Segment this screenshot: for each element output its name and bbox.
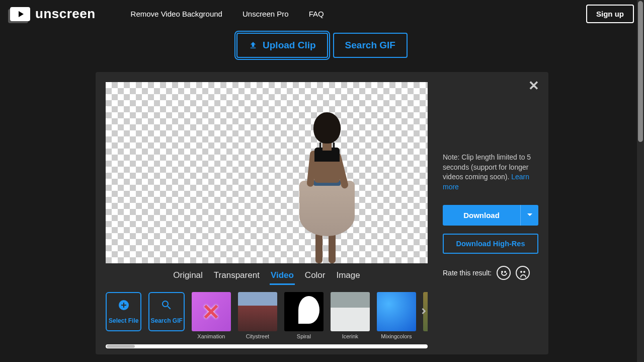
nav-faq[interactable]: FAQ — [309, 10, 324, 18]
search-gif-tool-label: Search GIF — [150, 317, 182, 324]
nav-links: Remove Video Background Unscreen Pro FAQ — [131, 10, 324, 18]
search-icon — [160, 299, 173, 314]
side-panel: Note: Clip length limited to 5 seconds (… — [443, 82, 538, 348]
play-logo-icon — [10, 7, 30, 21]
brand-text: unscreen — [35, 6, 96, 22]
select-file-label: Select File — [109, 317, 138, 324]
select-file-button[interactable]: Select File — [106, 292, 141, 331]
upload-clip-button[interactable]: Upload Clip — [236, 33, 328, 58]
tab-image[interactable]: Image — [335, 267, 361, 285]
thumb-label-mixingcolors: Mixingcolors — [381, 333, 412, 339]
rate-row: Rate this result: — [443, 266, 538, 280]
nav-remove-bg[interactable]: Remove Video Background — [131, 10, 222, 18]
thumb-label-spiral: Spiral — [297, 333, 311, 339]
nav-pro[interactable]: Unscreen Pro — [243, 10, 289, 18]
tab-original[interactable]: Original — [172, 267, 204, 285]
rate-label: Rate this result: — [443, 269, 492, 277]
navbar: unscreen Remove Video Background Unscree… — [0, 0, 644, 28]
search-gif-button[interactable]: Search GIF — [333, 33, 408, 58]
rate-happy-icon[interactable] — [497, 266, 511, 280]
tab-transparent[interactable]: Transparent — [213, 267, 261, 285]
page-scrollbar-thumb[interactable] — [638, 1, 643, 142]
action-row: Upload Clip Search GIF — [0, 33, 644, 58]
thumb-label-citystreet: Citystreet — [246, 333, 269, 339]
thumb-scrollbar-track[interactable] — [106, 344, 428, 348]
note-text: Note: Clip length limited to 5 seconds (… — [443, 153, 538, 192]
upload-clip-label: Upload Clip — [263, 40, 316, 51]
tab-color[interactable]: Color — [304, 267, 327, 285]
editor-card: ✕ Original Transparent Video Color Image — [96, 72, 548, 354]
download-group: Download — [443, 205, 538, 226]
thumb-citystreet[interactable] — [238, 292, 277, 331]
download-button[interactable]: Download — [443, 205, 520, 226]
thumb-xanimation[interactable] — [192, 292, 231, 331]
thumb-icerink[interactable] — [331, 292, 370, 331]
caret-down-icon — [527, 211, 532, 219]
thumb-spiral[interactable] — [284, 292, 324, 331]
thumbnail-row: Select File Search GIF Xanimation Cityst… — [106, 292, 428, 339]
signup-button[interactable]: Sign up — [586, 5, 634, 23]
download-dropdown-button[interactable] — [520, 205, 538, 226]
page-scrollbar-track — [637, 0, 644, 362]
thumb-scrollbar-thumb[interactable] — [107, 345, 135, 348]
plus-circle-icon — [118, 299, 130, 314]
logo[interactable]: unscreen — [10, 6, 96, 22]
search-gif-tool-button[interactable]: Search GIF — [148, 292, 184, 331]
tab-video[interactable]: Video — [270, 267, 295, 285]
thumb-label-xanimation: Xanimation — [197, 333, 225, 339]
subject-cutout — [294, 112, 360, 263]
rate-sad-icon[interactable] — [516, 266, 530, 280]
preview-canvas[interactable] — [106, 82, 428, 263]
thumb-label-icerink: Icerink — [342, 333, 358, 339]
close-icon[interactable]: ✕ — [528, 78, 539, 94]
upload-icon — [249, 41, 258, 50]
bg-tabs: Original Transparent Video Color Image — [106, 267, 428, 285]
thumb-mixingcolors[interactable] — [377, 292, 416, 331]
download-highres-button[interactable]: Download High-Res — [443, 234, 538, 254]
next-arrow-icon[interactable] — [417, 304, 431, 318]
